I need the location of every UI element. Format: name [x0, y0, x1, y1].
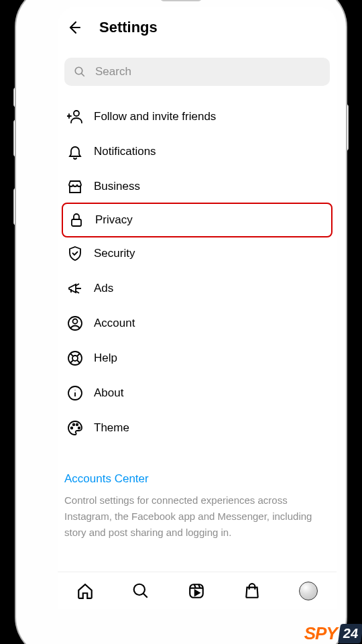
bottom-nav-bar: [58, 572, 337, 609]
accounts-center-section: Accounts Center Control settings for con…: [58, 445, 337, 541]
lock-icon: [68, 212, 84, 228]
menu-item-notifications[interactable]: Notifications: [64, 134, 330, 169]
svg-point-10: [72, 356, 78, 361]
watermark-text-spy: SPY: [304, 623, 337, 644]
shop-icon[interactable]: [243, 582, 261, 600]
svg-point-19: [73, 424, 75, 426]
bell-icon: [67, 144, 83, 160]
svg-rect-6: [72, 219, 81, 226]
menu-item-theme[interactable]: Theme: [64, 411, 330, 445]
menu-item-security[interactable]: Security: [64, 236, 330, 271]
app-screen: Settings Search Follow and invite friend…: [58, 7, 337, 609]
watermark-text-24: 24: [338, 624, 362, 643]
svg-point-8: [73, 319, 78, 324]
svg-point-18: [71, 427, 73, 429]
user-circle-icon: [67, 315, 83, 331]
lifebuoy-icon: [67, 350, 83, 366]
menu-item-business[interactable]: Business: [64, 169, 330, 204]
menu-label: Ads: [94, 282, 113, 295]
menu-item-follow-invite[interactable]: Follow and invite friends: [64, 99, 330, 134]
watermark-logo: SPY 24: [304, 623, 362, 644]
svg-marker-28: [195, 590, 200, 595]
shield-check-icon: [67, 246, 83, 262]
menu-item-help[interactable]: Help: [64, 341, 330, 376]
menu-label: Privacy: [95, 213, 133, 227]
profile-avatar[interactable]: [299, 582, 318, 600]
menu-item-account[interactable]: Account: [64, 306, 330, 341]
svg-line-14: [70, 360, 74, 364]
menu-label: Help: [94, 352, 117, 365]
menu-item-ads[interactable]: Ads: [64, 271, 330, 306]
storefront-icon: [67, 178, 83, 195]
menu-item-about[interactable]: About: [64, 376, 330, 411]
svg-line-11: [70, 354, 74, 357]
info-icon: [67, 385, 83, 401]
menu-label: Business: [94, 180, 140, 193]
svg-point-1: [75, 67, 82, 74]
svg-point-22: [134, 584, 145, 594]
person-add-icon: [67, 109, 83, 125]
search-input[interactable]: Search: [64, 58, 330, 86]
reels-icon[interactable]: [188, 582, 205, 600]
menu-label: Account: [94, 317, 135, 330]
svg-line-2: [81, 73, 84, 76]
accounts-center-link[interactable]: Accounts Center: [64, 472, 330, 486]
menu-label: Notifications: [94, 145, 156, 158]
palette-icon: [67, 420, 83, 436]
header-bar: Settings: [58, 7, 337, 46]
megaphone-icon: [67, 280, 83, 297]
svg-point-3: [74, 111, 79, 116]
search-placeholder: Search: [95, 65, 131, 78]
settings-menu: Follow and invite friends Notifications …: [58, 99, 337, 445]
page-title: Settings: [99, 19, 158, 36]
svg-point-20: [76, 424, 78, 426]
phone-speaker-notch: [160, 0, 202, 1]
back-arrow-icon[interactable]: [66, 19, 82, 36]
phone-frame: Settings Search Follow and invite friend…: [16, 0, 346, 644]
search-nav-icon[interactable]: [132, 582, 149, 600]
menu-label: Follow and invite friends: [94, 110, 216, 123]
menu-label: Theme: [94, 421, 129, 435]
search-icon: [74, 66, 86, 78]
menu-item-privacy[interactable]: Privacy: [62, 203, 333, 237]
menu-label: About: [94, 386, 123, 400]
accounts-center-description: Control settings for connected experienc…: [64, 492, 330, 541]
svg-line-13: [77, 354, 80, 357]
svg-line-12: [77, 360, 80, 364]
home-icon[interactable]: [76, 582, 94, 600]
svg-line-23: [143, 593, 147, 597]
menu-label: Security: [94, 247, 135, 260]
svg-point-21: [78, 427, 80, 429]
